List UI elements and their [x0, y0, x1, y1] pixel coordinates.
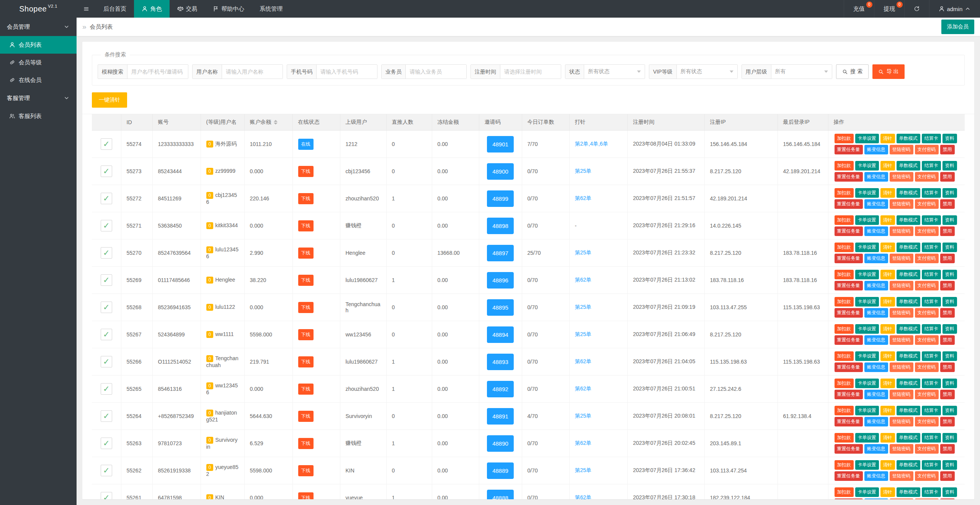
row-action-button[interactable]: 账变信息 [864, 145, 888, 154]
row-action-button[interactable]: 卡单设置 [855, 161, 879, 171]
row-action-button[interactable]: 账变信息 [864, 444, 888, 454]
row-checkbox[interactable]: ✓ [101, 220, 112, 231]
row-checkbox[interactable]: ✓ [101, 465, 112, 476]
row-action-button[interactable]: 支付密码 [915, 308, 939, 318]
sidebar-item[interactable]: 会员等级 [0, 54, 77, 71]
invite-code-button[interactable]: 48889 [487, 462, 514, 479]
row-action-button[interactable]: 资料 [942, 351, 957, 361]
needle-link[interactable]: 第62单 [575, 494, 592, 499]
needle-link[interactable]: 第62单 [575, 195, 592, 201]
invite-code-button[interactable]: 48893 [487, 354, 514, 370]
row-action-button[interactable]: 登陆密码 [890, 498, 913, 499]
row-action-button[interactable]: 支付密码 [915, 362, 939, 372]
row-action-button[interactable]: 单数模式 [897, 161, 920, 171]
row-action-button[interactable]: 卡单设置 [855, 243, 879, 252]
row-action-button[interactable]: 卡单设置 [855, 134, 879, 143]
row-action-button[interactable]: 重置任务量 [835, 444, 863, 454]
row-checkbox[interactable]: ✓ [101, 247, 112, 259]
row-action-button[interactable]: 支付密码 [915, 254, 939, 263]
row-action-button[interactable]: 支付密码 [915, 172, 939, 182]
row-checkbox[interactable]: ✓ [101, 410, 112, 422]
invite-code-button[interactable]: 48900 [487, 163, 514, 180]
row-action-button[interactable]: 登陆密码 [890, 417, 913, 426]
row-action-button[interactable]: 登陆密码 [890, 444, 913, 454]
row-checkbox[interactable]: ✓ [101, 274, 112, 286]
row-action-button[interactable]: 支付密码 [915, 444, 939, 454]
invite-code-button[interactable]: 48890 [487, 435, 514, 452]
row-action-button[interactable]: 登陆密码 [890, 145, 913, 154]
sidebar-item[interactable]: 在线会员 [0, 71, 77, 89]
invite-code-button[interactable]: 48895 [487, 299, 514, 316]
invite-code-button[interactable]: 48896 [487, 272, 514, 289]
row-action-button[interactable]: 卡单设置 [855, 487, 879, 497]
row-action-button[interactable]: 资料 [942, 460, 957, 470]
row-action-button[interactable]: 结算卡 [922, 297, 941, 307]
needle-link[interactable]: 第62单 [575, 277, 592, 283]
row-action-button[interactable]: 结算卡 [922, 460, 941, 470]
row-action-button[interactable]: 单数模式 [897, 188, 920, 198]
row-action-button[interactable]: 资料 [942, 379, 957, 388]
row-action-button[interactable]: 单数模式 [897, 433, 920, 443]
row-action-button[interactable]: 禁用 [940, 390, 955, 399]
row-action-button[interactable]: 结算卡 [922, 134, 941, 143]
row-action-button[interactable]: 账变信息 [864, 281, 888, 290]
row-action-button[interactable]: 登陆密码 [890, 308, 913, 318]
row-action-button[interactable]: 结算卡 [922, 351, 941, 361]
row-action-button[interactable]: 重置任务量 [835, 308, 863, 318]
row-action-button[interactable]: 重置任务量 [835, 362, 863, 372]
row-action-button[interactable]: 重置任务量 [835, 172, 863, 182]
row-action-button[interactable]: 支付密码 [915, 471, 939, 481]
row-action-button[interactable]: 结算卡 [922, 406, 941, 415]
row-action-button[interactable]: 重置任务量 [835, 254, 863, 263]
row-action-button[interactable]: 资料 [942, 324, 957, 334]
needle-link[interactable]: 第25单 [575, 168, 592, 174]
row-action-button[interactable]: 结算卡 [922, 487, 941, 497]
topnav-item[interactable]: 后台首页 [96, 0, 134, 18]
filter-input[interactable] [500, 65, 561, 79]
row-action-button[interactable]: 资料 [942, 161, 957, 171]
row-action-button[interactable]: 单数模式 [897, 270, 920, 279]
filter-select[interactable]: 所有状态 [584, 65, 645, 79]
row-action-button[interactable]: 卡单设置 [855, 406, 879, 415]
row-action-button[interactable]: 账变信息 [864, 308, 888, 318]
row-action-button[interactable]: 结算卡 [922, 215, 941, 225]
row-action-button[interactable]: 禁用 [940, 226, 955, 236]
row-action-button[interactable]: 重置任务量 [835, 199, 863, 209]
row-action-button[interactable]: 禁用 [940, 172, 955, 182]
row-action-button[interactable]: 单数模式 [897, 379, 920, 388]
row-action-button[interactable]: 单数模式 [897, 351, 920, 361]
row-action-button[interactable]: 资料 [942, 243, 957, 252]
row-action-button[interactable]: 清针 [880, 161, 895, 171]
clear-needle-button[interactable]: 一键清针 [92, 92, 127, 108]
row-action-button[interactable]: 加扣款 [835, 134, 854, 143]
row-action-button[interactable]: 资料 [942, 487, 957, 497]
row-action-button[interactable]: 单数模式 [897, 297, 920, 307]
row-action-button[interactable]: 账变信息 [864, 417, 888, 426]
row-action-button[interactable]: 单数模式 [897, 243, 920, 252]
row-action-button[interactable]: 重置任务量 [835, 226, 863, 236]
row-action-button[interactable]: 支付密码 [915, 226, 939, 236]
row-action-button[interactable]: 加扣款 [835, 324, 854, 334]
topnav-item[interactable]: 帮助中心 [205, 0, 252, 18]
row-action-button[interactable]: 结算卡 [922, 188, 941, 198]
filter-input[interactable] [222, 65, 283, 79]
row-action-button[interactable]: 加扣款 [835, 161, 854, 171]
row-action-button[interactable]: 登陆密码 [890, 335, 913, 345]
invite-code-button[interactable]: 48899 [487, 190, 514, 207]
row-action-button[interactable]: 加扣款 [835, 433, 854, 443]
needle-link[interactable]: 第62单 [575, 358, 592, 364]
row-action-button[interactable]: 登陆密码 [890, 172, 913, 182]
row-action-button[interactable]: 禁用 [940, 199, 955, 209]
row-action-button[interactable]: 清针 [880, 215, 895, 225]
row-action-button[interactable]: 卡单设置 [855, 215, 879, 225]
filter-input[interactable] [406, 65, 466, 79]
row-action-button[interactable]: 账变信息 [864, 335, 888, 345]
row-action-button[interactable]: 加扣款 [835, 270, 854, 279]
refresh-button[interactable] [904, 0, 929, 18]
row-action-button[interactable]: 卡单设置 [855, 351, 879, 361]
invite-code-button[interactable]: 48892 [487, 381, 514, 397]
row-action-button[interactable]: 卡单设置 [855, 188, 879, 198]
row-action-button[interactable]: 禁用 [940, 498, 955, 499]
row-action-button[interactable]: 禁用 [940, 444, 955, 454]
filter-select[interactable]: 所有状态 [677, 65, 737, 79]
